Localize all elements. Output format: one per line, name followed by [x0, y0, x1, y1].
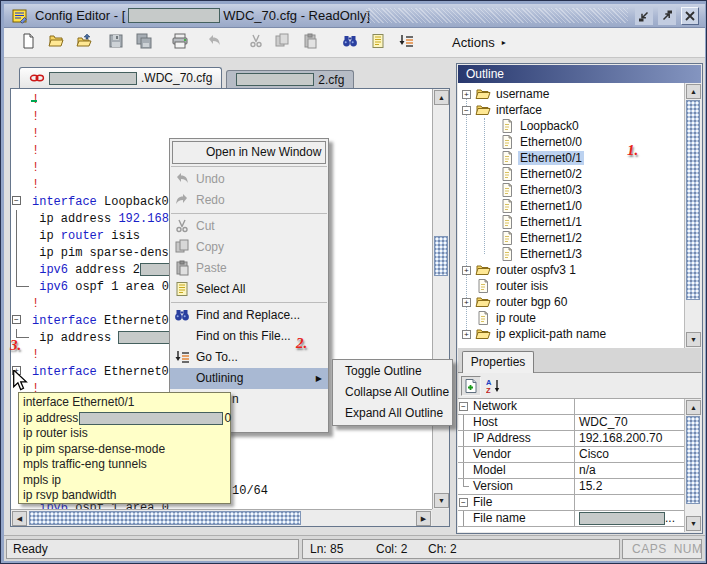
scrollbar-thumb[interactable] [686, 100, 700, 300]
scroll-down-icon[interactable]: ▼ [686, 516, 701, 531]
open-file-button[interactable] [44, 31, 68, 55]
code-text: ipv6 ospf 1 area 0 [32, 280, 169, 294]
tree-item-loopback0[interactable]: Loopback0 [458, 118, 684, 134]
sort-az-icon[interactable]: AZ [484, 376, 504, 396]
properties-scrollbar[interactable]: ▲ ▼ [684, 399, 701, 532]
tree-item-username[interactable]: +username [458, 86, 684, 102]
tree-item-router-isis[interactable]: router isis [458, 278, 684, 294]
scroll-up-icon[interactable]: ▲ [686, 400, 701, 415]
find-button[interactable] [338, 31, 362, 55]
collapse-icon[interactable]: − [459, 498, 468, 507]
code-line: ! [11, 91, 432, 108]
titlebar-texture [366, 8, 628, 23]
property-value[interactable]: ... [575, 511, 684, 526]
submenu-item-toggle-outline[interactable]: Toggle Outline [333, 361, 452, 382]
tree-item-label: Ethernet0/1 [518, 151, 584, 165]
minimize-icon[interactable] [635, 7, 653, 25]
scroll-right-icon[interactable]: ▶ [416, 511, 431, 526]
new-file-button[interactable] [16, 31, 40, 55]
submenu-item-expand-all-outline[interactable]: Expand All Outline [333, 403, 452, 424]
tree-item-ethernet0-2[interactable]: Ethernet0/2 [458, 166, 684, 182]
maximize-icon[interactable] [658, 7, 676, 25]
doc-icon [499, 150, 515, 166]
menu-item-open-in-new-window[interactable]: Open in New Window [172, 141, 326, 164]
menu-item-outlining[interactable]: Outlining▶ [170, 368, 328, 389]
property-value[interactable]: WDC_70 [575, 415, 684, 430]
scroll-up-icon[interactable]: ▲ [686, 84, 701, 99]
property-row-host[interactable]: HostWDC_70 [458, 415, 684, 431]
tree-item-ethernet0-3[interactable]: Ethernet0/3 [458, 182, 684, 198]
tree-item-ethernet1-1[interactable]: Ethernet1/1 [458, 214, 684, 230]
scroll-down-icon[interactable]: ▼ [434, 493, 449, 508]
properties-grid[interactable]: −NetworkHostWDC_70IP Address192.168.200.… [458, 399, 701, 532]
property-row-version[interactable]: Version15.2 [458, 479, 684, 495]
tree-item-label: Ethernet1/3 [518, 247, 584, 261]
tree-item-ip-explicit-path-name[interactable]: +ip explicit-path name [458, 326, 684, 342]
property-value[interactable]: 15.2 [575, 479, 684, 494]
tab-2-cfg[interactable]: 2.cfg [226, 70, 354, 88]
fold-gutter [11, 295, 32, 312]
outline-scrollbar[interactable]: ▲ ▼ [684, 83, 701, 348]
property-row-file-name[interactable]: File name... [458, 511, 684, 527]
tree-item-label: interface [494, 103, 544, 117]
cut-button [244, 31, 268, 55]
expand-toggle-icon[interactable]: + [462, 266, 471, 275]
expand-toggle-icon[interactable]: + [462, 330, 471, 339]
menu-item-label: Redo [196, 193, 225, 207]
tree-item-label: router bgp 60 [494, 295, 569, 309]
doc-icon [499, 166, 515, 182]
editor-vertical-scrollbar[interactable]: ▲ ▼ [432, 89, 449, 509]
print-button[interactable] [168, 31, 192, 55]
config-editor-window: Config Editor - [ WDC_70.cfg - ReadOnly]… [0, 0, 707, 564]
property-row-network[interactable]: −Network [458, 399, 684, 415]
categorized-view-icon[interactable] [461, 376, 481, 396]
tree-item-ethernet1-3[interactable]: Ethernet1/3 [458, 246, 684, 262]
property-row-vendor[interactable]: VendorCisco [458, 447, 684, 463]
fold-gutter [11, 244, 32, 261]
tree-item-label: router isis [494, 279, 550, 293]
expand-toggle-icon[interactable]: − [462, 106, 471, 115]
go-to-button[interactable] [394, 31, 418, 55]
fold-toggle-icon[interactable]: − [12, 196, 21, 205]
tab-properties[interactable]: Properties [462, 351, 534, 373]
editor-horizontal-scrollbar[interactable]: ◀ ▶ [11, 509, 432, 526]
property-row-model[interactable]: Modeln/a [458, 463, 684, 479]
tree-item-router-ospfv3-1[interactable]: +router ospfv3 1 [458, 262, 684, 278]
tree-item-ethernet1-2[interactable]: Ethernet1/2 [458, 230, 684, 246]
menu-item-select-all[interactable]: Select All [170, 279, 328, 300]
property-row-ip-address[interactable]: IP Address192.168.200.70 [458, 431, 684, 447]
actions-menu-button[interactable]: Actions ▸ [446, 33, 512, 52]
expand-toggle-icon[interactable]: + [462, 90, 471, 99]
tree-item-ethernet1-0[interactable]: Ethernet1/0 [458, 198, 684, 214]
tree-item-ethernet0-1[interactable]: Ethernet0/1 [458, 150, 684, 166]
annotation-3: 3. [10, 337, 21, 354]
submenu-item-collapse-all-outline[interactable]: Collapse All Outline [333, 382, 452, 403]
property-value[interactable]: n/a [575, 463, 684, 478]
expand-toggle-icon[interactable]: + [462, 298, 471, 307]
close-icon[interactable] [681, 7, 699, 25]
property-row-file[interactable]: −File [458, 495, 684, 511]
app-icon [12, 8, 28, 24]
property-value[interactable]: 192.168.200.70 [575, 431, 684, 446]
scroll-left-icon[interactable]: ◀ [12, 511, 27, 526]
menu-separator [171, 166, 327, 167]
tree-item-ip-route[interactable]: ip route [458, 310, 684, 326]
scrollbar-thumb[interactable] [29, 511, 301, 525]
menu-item-find-and-replace[interactable]: Find and Replace... [170, 305, 328, 326]
open-from-button[interactable] [72, 31, 96, 55]
collapse-icon[interactable]: − [459, 402, 468, 411]
tree-item-interface[interactable]: −interface [458, 102, 684, 118]
property-value[interactable]: Cisco [575, 447, 684, 462]
tree-item-router-bgp-60[interactable]: +router bgp 60 [458, 294, 684, 310]
title-bar[interactable]: Config Editor - [ WDC_70.cfg - ReadOnly] [4, 4, 705, 28]
tab-wdc70-cfg[interactable]: .WDC_70.cfg [19, 67, 222, 88]
scrollbar-thumb[interactable] [434, 236, 448, 276]
scroll-up-icon[interactable]: ▲ [434, 90, 449, 105]
tree-item-ethernet0-0[interactable]: Ethernet0/0 [458, 134, 684, 150]
scroll-down-icon[interactable]: ▼ [686, 332, 701, 347]
fold-gutter: − [11, 193, 32, 210]
scrollbar-thumb[interactable] [686, 416, 700, 504]
select-all-button[interactable] [366, 31, 390, 55]
outline-tree[interactable]: +username−interfaceLoopback0Ethernet0/0E… [458, 83, 701, 348]
fold-toggle-icon[interactable]: − [12, 315, 21, 324]
